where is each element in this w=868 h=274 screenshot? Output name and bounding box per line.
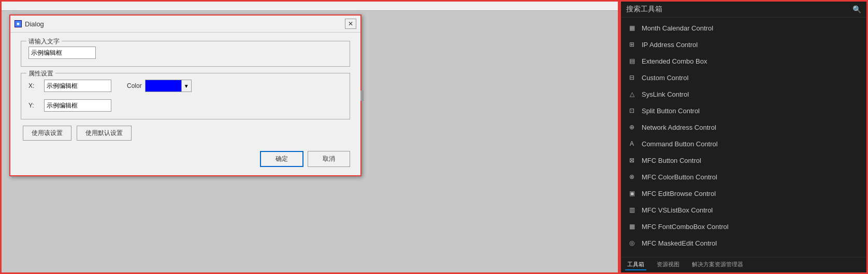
sidebar-footer: 工具箱资源视图解决方案资源管理器 [621, 257, 866, 272]
toolbox-item-11[interactable]: ▥MFC VSListBox Control [621, 202, 866, 218]
toolbox-item-label-6: Network Address Control [642, 124, 716, 131]
search-icon[interactable]: 🔍 [852, 5, 861, 13]
toolbox-item-label-12: MFC FontComboBox Control [642, 223, 729, 231]
toolbox-list: ▦Month Calendar Control⊞IP Address Contr… [621, 18, 866, 257]
toolbox-item-0[interactable]: ▦Month Calendar Control [621, 20, 866, 36]
toolbox-item-label-0: Month Calendar Control [642, 24, 713, 32]
toolbox-item-7[interactable]: ACommand Button Control [621, 135, 866, 152]
color-label: Color [127, 82, 142, 89]
toolbox-item-icon-13: ◎ [627, 238, 636, 248]
x-label: X: [28, 82, 44, 89]
input-group-label: 请输入文字 [26, 37, 62, 46]
toolbox-item-13[interactable]: ◎MFC MaskedEdit Control [621, 235, 866, 251]
toolbox-item-label-10: MFC EditBrowse Control [642, 190, 716, 197]
toolbox-item-label-9: MFC ColorButton Control [642, 173, 717, 181]
dialog-close-button[interactable]: ✕ [345, 19, 356, 29]
toolbox-item-icon-4: △ [627, 89, 636, 99]
dialog-icon: ■ [15, 20, 22, 27]
right-sidebar: 搜索工具箱 🔍 ▦Month Calendar Control⊞IP Addre… [619, 0, 868, 274]
main-editor-area: // We'll just render ticks via CSS backg… [0, 0, 619, 274]
toolbox-item-icon-11: ▥ [627, 205, 636, 215]
x-input-field[interactable] [44, 80, 111, 92]
toolbox-item-label-2: Extended Combo Box [642, 57, 707, 65]
sidebar-title: 搜索工具箱 [626, 5, 662, 14]
dialog-window: ■ Dialog ✕ 请输入文字 属性设置 X: Color [9, 14, 361, 176]
y-property-row: Y: [28, 99, 342, 112]
toolbox-item-3[interactable]: ⊟Custom Control [621, 69, 866, 86]
toolbox-item-icon-3: ⊟ [627, 73, 636, 82]
y-input-field[interactable] [44, 99, 111, 112]
toolbox-item-icon-6: ⊕ [627, 123, 636, 132]
input-group-box: 请输入文字 [21, 41, 350, 67]
dialog-body: 请输入文字 属性设置 X: Color ▼ Y: [10, 33, 360, 175]
toolbox-item-icon-8: ⊠ [627, 156, 636, 165]
property-group-label: 属性设置 [26, 69, 55, 78]
toolbox-item-12[interactable]: ▦MFC FontComboBox Control [621, 218, 866, 235]
use-default-button[interactable]: 使用默认设置 [77, 126, 132, 141]
toolbox-item-6[interactable]: ⊕Network Address Control [621, 119, 866, 135]
toolbox-item-icon-9: ⊗ [627, 172, 636, 181]
confirm-button-row: 确定 取消 [21, 149, 350, 167]
toolbox-item-label-13: MFC MaskedEdit Control [642, 239, 717, 247]
color-box[interactable] [145, 80, 181, 92]
toolbox-item-icon-1: ⊞ [627, 40, 636, 49]
toolbox-item-label-1: IP Address Control [642, 41, 698, 49]
sidebar-footer-item-2[interactable]: 解决方案资源管理器 [690, 260, 745, 270]
action-button-row: 使用该设置 使用默认设置 [21, 126, 350, 141]
toolbox-item-label-7: Command Button Control [642, 140, 718, 148]
toolbox-item-icon-0: ▦ [627, 23, 636, 33]
drag-handle[interactable] [360, 90, 364, 101]
toolbox-item-icon-10: ▣ [627, 189, 636, 198]
toolbox-item-2[interactable]: ▤Extended Combo Box [621, 53, 866, 69]
ruler: // We'll just render ticks via CSS backg… [2, 2, 618, 11]
sidebar-footer-item-0[interactable]: 工具箱 [625, 260, 646, 270]
x-property-row: X: Color ▼ [28, 80, 342, 92]
toolbox-item-label-3: Custom Control [642, 74, 688, 82]
toolbox-item-icon-5: ⊡ [627, 106, 636, 115]
toolbox-item-label-5: Split Button Control [642, 107, 700, 115]
color-dropdown-button[interactable]: ▼ [181, 80, 192, 92]
use-setting-button[interactable]: 使用该设置 [23, 126, 71, 141]
toolbox-item-label-11: MFC VSListBox Control [642, 206, 713, 214]
dialog-titlebar: ■ Dialog ✕ [10, 16, 360, 33]
confirm-button[interactable]: 确定 [260, 151, 303, 167]
toolbox-item-10[interactable]: ▣MFC EditBrowse Control [621, 185, 866, 202]
toolbox-item-icon-12: ▦ [627, 222, 636, 231]
color-picker-wrapper[interactable]: ▼ [145, 80, 192, 92]
toolbox-item-9[interactable]: ⊗MFC ColorButton Control [621, 169, 866, 185]
property-group-box: 属性设置 X: Color ▼ Y: [21, 73, 350, 119]
sidebar-header: 搜索工具箱 🔍 [621, 2, 866, 18]
toolbox-item-icon-2: ▤ [627, 56, 636, 66]
toolbox-item-icon-7: A [627, 139, 636, 148]
dialog-title: Dialog [25, 20, 44, 28]
main-input-field[interactable] [28, 47, 96, 59]
sidebar-footer-item-1[interactable]: 资源视图 [655, 260, 682, 270]
cancel-button[interactable]: 取消 [308, 151, 350, 167]
toolbox-item-1[interactable]: ⊞IP Address Control [621, 36, 866, 53]
toolbox-item-8[interactable]: ⊠MFC Button Control [621, 152, 866, 169]
toolbox-item-5[interactable]: ⊡Split Button Control [621, 102, 866, 119]
toolbox-item-label-4: SysLink Control [642, 90, 689, 98]
toolbox-item-label-8: MFC Button Control [642, 157, 701, 164]
toolbox-item-4[interactable]: △SysLink Control [621, 86, 866, 102]
y-label: Y: [28, 102, 44, 109]
